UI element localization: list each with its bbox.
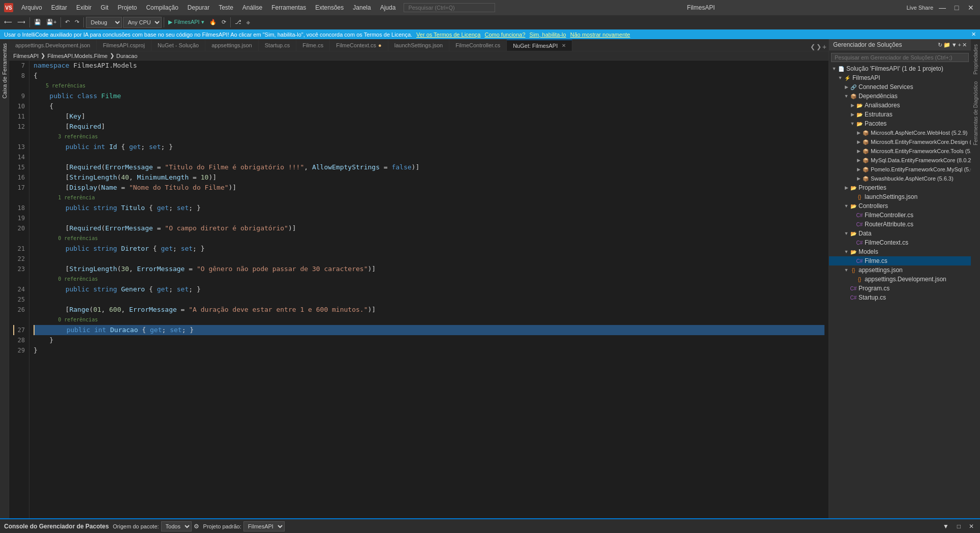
tab-filmecontext[interactable]: FilmeContext.cs ● [330, 40, 388, 51]
tree-item-pkg-swashbuckle[interactable]: ▶ 📦 Swashbuckle.AspNetCore (5.6.3) [829, 174, 971, 183]
tree-item-appsettings-json[interactable]: ▼ {} appsettings.json [829, 265, 971, 275]
filter-icon[interactable]: ▼ [952, 42, 957, 48]
menu-item-projeto[interactable]: Projeto [113, 3, 141, 12]
tree-item-filmecontext[interactable]: C# FilmeContext.cs [829, 238, 971, 247]
panel-minimize-btn[interactable]: ▼ [941, 522, 951, 531]
toolbar-undo[interactable]: ↶ [63, 18, 72, 26]
global-search-input[interactable] [404, 3, 495, 12]
tab-filmesapi-csproj[interactable]: FilmesAPI.csproj [97, 40, 151, 51]
menu-item-janela[interactable]: Janela [349, 3, 375, 12]
tab-appsettings-dev[interactable]: appsettings.Development.json [9, 40, 97, 51]
tree-label: Pacotes [865, 120, 886, 127]
toolbar-forward[interactable]: ⟶ [15, 18, 27, 26]
menu-item-extensões[interactable]: Extensões [311, 3, 348, 12]
gear-icon[interactable]: ⚙ [194, 523, 199, 530]
tab-scroll-right[interactable]: ❯ [816, 43, 821, 50]
tab-filme-cs[interactable]: Filme.cs [296, 40, 330, 51]
tab-appsettings[interactable]: appsettings.json [205, 40, 259, 51]
code-line: } [34, 345, 824, 356]
toolbox-tab[interactable]: Caixa de Ferramentas [1, 39, 9, 103]
panel-maximize-btn[interactable]: □ [955, 522, 963, 531]
sync-icon[interactable]: ↻ [938, 42, 942, 48]
dismiss-link[interactable]: Não mostrar novamente [570, 32, 630, 38]
menu-item-compilação[interactable]: Compilação [142, 3, 182, 12]
tree-item-startup[interactable]: C# Startup.cs [829, 293, 971, 302]
breadcrumb-field[interactable]: Duracao [116, 53, 138, 59]
toolbar-back[interactable]: ⟵ [2, 18, 14, 26]
live-share-label[interactable]: Live Share [906, 5, 933, 11]
solution-search-input[interactable] [831, 53, 969, 62]
source-dropdown[interactable]: Todos [161, 521, 192, 531]
toolbar-save-all[interactable]: 💾+ [44, 18, 58, 26]
code-line: [Key] [34, 111, 824, 122]
breadcrumb-namespace[interactable]: FilmesAPI.Models.Filme [47, 53, 108, 59]
close-panel-icon[interactable]: ✕ [962, 42, 967, 48]
tree-item-filmecontroller[interactable]: C# FilmeController.cs [829, 211, 971, 220]
tab-nuget-filmesapi[interactable]: NuGet: FilmesAPI ✕ [507, 40, 572, 51]
tree-item-filme-cs[interactable]: C# Filme.cs [829, 256, 971, 265]
tab-filmecontroller[interactable]: FilmeController.cs [449, 40, 507, 51]
menu-item-arquivo[interactable]: Arquivo [17, 3, 46, 12]
close-button[interactable]: ✕ [966, 3, 976, 13]
tree-item-dependencias[interactable]: ▼ 📦 Dependências [829, 92, 971, 101]
tree-item-analisadores[interactable]: ▶ 📂 Analisadores [829, 101, 971, 110]
tree-item-pacotes[interactable]: ▼ 📂 Pacotes [829, 119, 971, 128]
tree-item-connected-services[interactable]: ▶ 🔗 Connected Services [829, 82, 971, 92]
tree-item-controllers[interactable]: ▼ 📂 Controllers [829, 201, 971, 211]
tab-launchsettings[interactable]: launchSettings.json [388, 40, 449, 51]
menu-item-git[interactable]: Git [97, 3, 112, 12]
diagnostics-sidebar-tab[interactable]: Ferramentas de Diagnóstico [972, 78, 979, 149]
tree-item-pkg-mysql-efcore[interactable]: ▶ 📦 MySql.Data.EntityFrameworkCore (8.0.… [829, 156, 971, 165]
tree-item-data[interactable]: ▼ 📂 Data [829, 229, 971, 238]
info-close[interactable]: ✕ [971, 31, 976, 38]
maximize-button[interactable]: □ [952, 3, 962, 13]
tree-item-launchsettings[interactable]: {} launchSettings.json [829, 192, 971, 201]
tree-item-solution[interactable]: ▼ 📄 Solução 'FilmesAPI' (1 de 1 projeto) [829, 64, 971, 73]
tree-item-filmesapi[interactable]: ▼ ⚡ FilmesAPI [829, 73, 971, 82]
toolbar-hot-reload[interactable]: 🔥 [207, 18, 219, 26]
json-icon: {} [849, 266, 858, 274]
tree-item-pkg-efcore-tools[interactable]: ▶ 📦 Microsoft.EntityFrameworkCore.Tools … [829, 146, 971, 156]
code-text[interactable]: namespace FilmesAPI.Models { 5 referênci… [29, 61, 829, 518]
menu-item-análise[interactable]: Análise [238, 3, 266, 12]
menu-item-editar[interactable]: Editar [47, 3, 71, 12]
minimize-button[interactable]: — [937, 3, 947, 13]
menu-item-ajuda[interactable]: Ajuda [376, 3, 400, 12]
tree-item-pkg-efcore-design[interactable]: ▶ 📦 Microsoft.EntityFrameworkCore.Design… [829, 137, 971, 146]
toolbar-restart[interactable]: ⟳ [220, 18, 228, 26]
tree-item-properties[interactable]: ▶ 📂 Properties [829, 183, 971, 192]
tab-scroll-left[interactable]: ❮ [810, 43, 815, 50]
default-project-dropdown[interactable]: FilmesAPI [243, 521, 285, 531]
tree-item-routerattribute[interactable]: C# RouterAttribute.cs [829, 220, 971, 229]
menu-item-ferramentas[interactable]: Ferramentas [267, 3, 310, 12]
toolbar-branch[interactable]: ⎆ [244, 18, 252, 26]
tab-add[interactable]: + [822, 43, 826, 51]
toolbar-git[interactable]: ⎇ [233, 18, 243, 26]
folder-icon: 📂 [849, 184, 858, 192]
tab-startup[interactable]: Startup.cs [259, 40, 297, 51]
debug-config-dropdown[interactable]: Debug Release [86, 17, 122, 28]
panel-close-btn[interactable]: ✕ [967, 522, 976, 531]
menu-item-exibir[interactable]: Exibir [72, 3, 96, 12]
properties-sidebar-tab[interactable]: Propriedades [972, 41, 979, 77]
tab-nuget-solution[interactable]: NuGet - Solução [151, 40, 205, 51]
start-button[interactable]: ▶ FilmesAPI ▾ [166, 18, 206, 26]
enable-link[interactable]: Sim, habilita-lo [530, 32, 566, 38]
menu-item-teste[interactable]: Teste [215, 3, 237, 12]
toolbar-redo[interactable]: ↷ [73, 18, 81, 26]
terms-link[interactable]: Ver os Termos de Licença [416, 32, 480, 38]
show-files-icon[interactable]: 📁 [943, 42, 951, 48]
platform-dropdown[interactable]: Any CPU [123, 17, 162, 28]
new-solution-icon[interactable]: + [958, 42, 961, 48]
tree-item-pkg-pomelo[interactable]: ▶ 📦 Pomelo.EntityFrameworkCore.MySql (5.… [829, 165, 971, 174]
breadcrumb-project[interactable]: FilmesAPI [13, 53, 39, 59]
menu-item-depurar[interactable]: Depurar [183, 3, 213, 12]
toolbar-save[interactable]: 💾 [32, 18, 43, 26]
how-works-link[interactable]: Como funciona? [484, 32, 525, 38]
tree-item-estruturas[interactable]: ▶ 📂 Estruturas [829, 110, 971, 119]
tree-item-program[interactable]: C# Program.cs [829, 284, 971, 293]
tree-item-models[interactable]: ▼ 📂 Models [829, 247, 971, 256]
tree-label: RouterAttribute.cs [865, 221, 913, 228]
tree-item-appsettings-dev[interactable]: {} appsettings.Development.json [829, 275, 971, 284]
tree-item-pkg-webhost[interactable]: ▶ 📦 Microsoft.AspNetCore.WebHost (5.2.9) [829, 128, 971, 137]
